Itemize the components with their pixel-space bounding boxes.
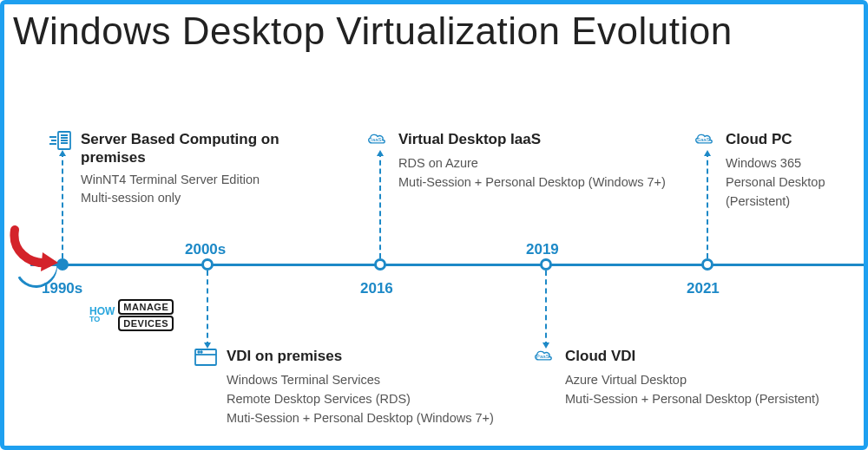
year-label-2016: 2016 xyxy=(360,280,393,297)
timeline-node-2000s xyxy=(201,258,214,271)
era-title: Virtual Desktop IaaS xyxy=(398,130,541,148)
timeline: 1990s 2000s 2016 2019 2021 xyxy=(4,4,864,446)
era-vdi-on-premises: VDI on premises Windows Terminal Service… xyxy=(194,347,506,427)
year-label-2021: 2021 xyxy=(687,280,720,297)
svg-point-10 xyxy=(198,351,200,353)
year-label-2019: 2019 xyxy=(526,241,559,258)
era-title: VDI on premises xyxy=(227,347,342,365)
era-detail: Azure Virtual Desktop Muti-Session + Per… xyxy=(565,371,845,409)
cloud-saas-icon: SaaS xyxy=(693,130,717,151)
watermark-logo: HOW TO MANAGE DEVICES xyxy=(89,299,174,331)
timeline-node-2016 xyxy=(374,258,386,271)
era-title: Server Based Computing on premises xyxy=(81,130,308,167)
era-cloud-vdi: PaaS Cloud VDI Azure Virtual Desktop Mut… xyxy=(532,347,845,409)
svg-text:SaaS: SaaS xyxy=(697,136,710,142)
svg-point-11 xyxy=(201,351,202,353)
year-label-2000s: 2000s xyxy=(185,241,226,258)
server-lines-icon xyxy=(48,130,72,151)
connector-2000s xyxy=(207,271,208,347)
window-icon xyxy=(194,347,218,368)
year-label-1990s: 1990s xyxy=(42,280,82,297)
cloud-iaas-icon: IaaS xyxy=(365,130,390,151)
era-cloud-pc: SaaS Cloud PC Windows 365 Personal Deskt… xyxy=(693,130,866,211)
era-title: Cloud PC xyxy=(726,130,792,148)
era-detail: RDS on Azure Muti-Session + Personal Des… xyxy=(398,154,678,192)
timeline-node-2021 xyxy=(701,258,713,271)
era-detail: Windows Terminal Services Remote Desktop… xyxy=(227,371,506,427)
era-virtual-desktop-iaas: IaaS Virtual Desktop IaaS RDS on Azure M… xyxy=(365,130,678,192)
svg-text:PaaS: PaaS xyxy=(536,353,549,359)
diagram-frame: Windows Desktop Virtualization Evolution… xyxy=(0,0,868,450)
era-server-based-computing: Server Based Computing on premises WinNT… xyxy=(48,130,308,208)
era-title: Cloud VDI xyxy=(565,347,635,365)
svg-text:IaaS: IaaS xyxy=(371,136,382,142)
timeline-axis xyxy=(30,264,864,266)
connector-2019 xyxy=(545,271,547,347)
era-detail: WinNT4 Terminal Server Edition Multi-ses… xyxy=(81,171,308,209)
cloud-paas-icon: PaaS xyxy=(532,347,556,368)
timeline-node-2019 xyxy=(540,258,552,271)
era-detail: Windows 365 Personal Desktop (Persistent… xyxy=(726,154,866,211)
callout-arrow-icon xyxy=(10,225,62,275)
